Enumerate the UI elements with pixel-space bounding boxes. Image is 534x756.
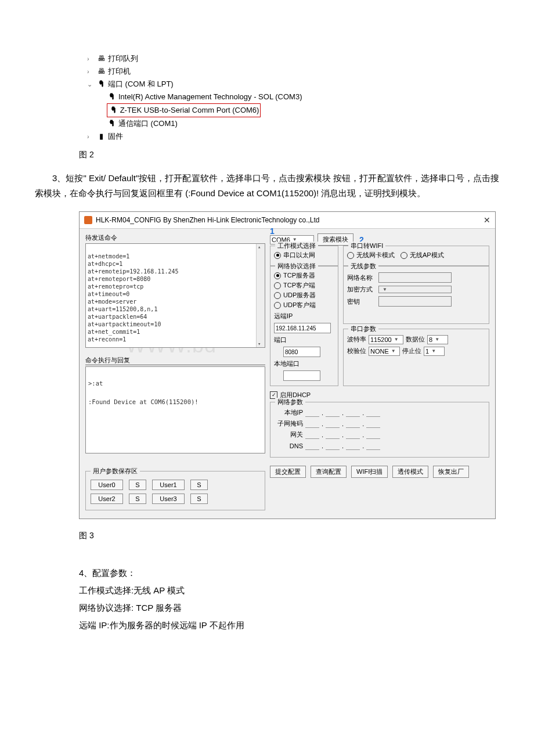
tree-label: 打印队列 xyxy=(108,52,138,65)
wifi-scan-button[interactable]: WIFI扫描 xyxy=(351,466,388,478)
radio-wifi-card[interactable]: 无线网卡模式 xyxy=(347,251,395,260)
local-port-input[interactable] xyxy=(283,370,320,381)
query-config-button[interactable]: 查询配置 xyxy=(311,466,347,478)
port-input[interactable] xyxy=(283,347,320,357)
radio-label: 无线网卡模式 xyxy=(356,251,395,260)
radio-tcp-server[interactable]: TCP服务器 xyxy=(274,271,334,280)
radio-wifi-ap[interactable]: 无线AP模式 xyxy=(400,251,444,260)
dropdown-icon: ▼ xyxy=(394,337,399,342)
ip-octet[interactable] xyxy=(326,408,340,417)
ip-octet[interactable] xyxy=(326,441,340,450)
user1-button[interactable]: User1 xyxy=(152,480,185,490)
port-icon: 🖣 xyxy=(107,117,116,130)
reply-label: 命令执行与回复 xyxy=(85,356,265,365)
key-input xyxy=(378,296,452,307)
factory-reset-button[interactable]: 恢复出厂 xyxy=(433,466,469,478)
reply-box[interactable]: >:at :Found Device at COM6(115200)! xyxy=(85,366,265,453)
protocol-group: 网络协议选择 TCP服务器 TCP客户端 UDP服务器 UDP客户端 远端IP … xyxy=(270,266,338,386)
printer-icon: 🖶 xyxy=(96,52,106,65)
ip-octet[interactable] xyxy=(346,408,360,417)
databits-select[interactable]: 8▼ xyxy=(427,335,448,344)
user0-s-button[interactable]: S xyxy=(129,480,146,490)
workmode-title: 工作模式选择 xyxy=(275,242,318,250)
tree-firmware[interactable]: › ▮ 固件 xyxy=(87,130,499,143)
enc-label: 加密方式 xyxy=(347,285,376,294)
baud-select[interactable]: 115200▼ xyxy=(369,335,403,344)
chevron-right-icon: › xyxy=(87,52,94,65)
stopbits-value: 1 xyxy=(425,348,429,355)
tree-label: 打印机 xyxy=(108,65,131,78)
printer-icon: 🖶 xyxy=(96,65,106,78)
user-save-title: 用户参数保存区 xyxy=(91,467,140,476)
reply-text: >:at :Found Device at COM6(115200)! xyxy=(88,380,199,405)
ip-octet[interactable] xyxy=(346,441,360,450)
ip-octet[interactable] xyxy=(326,419,340,428)
section4-line3: 远端 IP:作为服务器的时候远端 IP 不起作用 xyxy=(79,617,499,634)
port-icon: 🖣 xyxy=(107,91,116,103)
user1-s-button[interactable]: S xyxy=(190,480,208,490)
gateway-label: 网关 xyxy=(274,430,303,439)
radio-udp-server[interactable]: UDP服务器 xyxy=(274,291,334,300)
radio-icon xyxy=(274,292,281,299)
close-icon[interactable]: ✕ xyxy=(484,215,490,225)
wifi-group-title: 串口转WIFI xyxy=(348,242,385,250)
radio-icon xyxy=(347,252,354,259)
tree-port-intel[interactable]: 🖣 Intel(R) Active Management Technology … xyxy=(87,91,499,103)
dns-label: DNS xyxy=(274,442,303,449)
databits-label: 数据位 xyxy=(406,335,425,344)
wireless-title: 无线参数 xyxy=(348,262,378,271)
ip-octet[interactable] xyxy=(326,430,340,439)
tree-label: Intel(R) Active Management Technology - … xyxy=(118,91,302,103)
radio-udp-client[interactable]: UDP客户端 xyxy=(274,301,334,309)
ip-octet[interactable] xyxy=(366,419,380,428)
radio-tcp-client[interactable]: TCP客户端 xyxy=(274,281,334,290)
tree-port-ztek[interactable]: 🖣 Z-TEK USB-to-Serial Comm Port (COM6) xyxy=(87,103,499,117)
radio-ethernet[interactable]: 串口以太网 xyxy=(274,251,334,260)
window-titlebar: HLK-RM04_CONFIG By ShenZhen Hi-Link Elec… xyxy=(80,212,495,229)
enc-select: ▼ xyxy=(378,286,452,293)
ip-octet[interactable] xyxy=(305,430,319,439)
stopbits-select[interactable]: 1▼ xyxy=(424,347,445,356)
ip-octet[interactable] xyxy=(305,419,319,428)
port-label: 端口 xyxy=(274,336,287,344)
user-save-group: 用户参数保存区 User0 S User1 S User2 S User3 S xyxy=(85,471,265,510)
firmware-icon: ▮ xyxy=(96,130,106,143)
tree-label: Z-TEK USB-to-Serial Comm Port (COM6) xyxy=(120,106,259,114)
net-title: 网络参数 xyxy=(275,398,305,406)
radio-icon xyxy=(274,282,281,289)
ip-octet[interactable] xyxy=(346,430,360,439)
ip-octet[interactable] xyxy=(366,408,380,417)
transparent-mode-button[interactable]: 透传模式 xyxy=(392,466,428,478)
tree-ports[interactable]: ⌄ 🖣 端口 (COM 和 LPT) xyxy=(87,78,499,91)
radio-icon xyxy=(274,302,281,309)
remote-ip-input[interactable] xyxy=(274,323,331,333)
user2-s-button[interactable]: S xyxy=(129,494,146,504)
mask-label: 子网掩码 xyxy=(274,419,303,428)
pending-cmds-box[interactable]: at+netmode=1 at+dhcpc=1 at+remoteip=192.… xyxy=(85,243,265,348)
tree-printers[interactable]: › 🖶 打印机 xyxy=(87,65,499,78)
submit-config-button[interactable]: 提交配置 xyxy=(270,466,306,478)
serial-params-group: 串口参数 波特率 115200▼ 数据位 8▼ 校验位 NONE▼ 停止位 xyxy=(343,329,489,387)
parity-select[interactable]: NONE▼ xyxy=(369,347,400,356)
ip-octet[interactable] xyxy=(305,441,319,450)
tree-print-queue[interactable]: › 🖶 打印队列 xyxy=(87,52,499,65)
ip-octet[interactable] xyxy=(366,430,380,439)
protocol-title: 网络协议选择 xyxy=(275,262,318,271)
pending-cmds-label: 待发送命令 xyxy=(85,233,265,242)
ip-octet[interactable] xyxy=(305,408,319,417)
user3-button[interactable]: User3 xyxy=(152,494,185,504)
window-title: HLK-RM04_CONFIG By ShenZhen Hi-Link Elec… xyxy=(96,216,320,224)
chevron-down-icon: ⌄ xyxy=(87,78,94,91)
baud-label: 波特率 xyxy=(347,335,366,344)
user2-button[interactable]: User2 xyxy=(91,494,123,504)
user3-s-button[interactable]: S xyxy=(190,494,208,504)
figure-3-label: 图 3 xyxy=(79,531,499,541)
tree-port-com1[interactable]: 🖣 通信端口 (COM1) xyxy=(87,117,499,130)
ip-octet[interactable] xyxy=(366,441,380,450)
user0-button[interactable]: User0 xyxy=(91,480,123,490)
dropdown-icon: ▼ xyxy=(383,287,387,292)
scrollbar[interactable] xyxy=(256,244,265,347)
radio-label: 无线AP模式 xyxy=(410,251,444,260)
ip-octet[interactable] xyxy=(346,419,360,428)
dropdown-icon: ▼ xyxy=(391,348,396,354)
